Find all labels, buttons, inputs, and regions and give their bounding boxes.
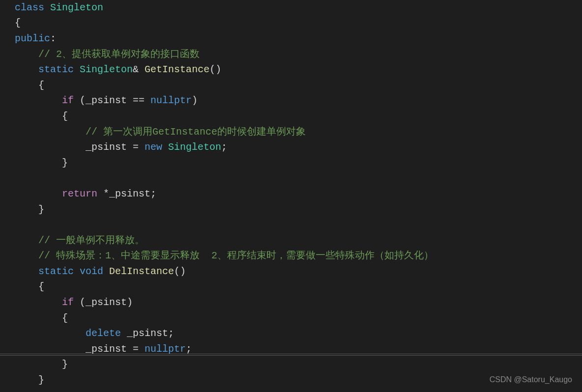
open-brace: {: [15, 15, 21, 31]
code-line: // 2、提供获取单例对象的接口函数: [15, 47, 582, 62]
divider-line: [0, 355, 582, 356]
code-line: [15, 171, 582, 187]
code-line: delete _psinst;: [15, 326, 582, 341]
comment: // 第一次调用GetInstance的时候创建单例对象: [86, 124, 306, 140]
code-line: _psinst = new Singleton;: [15, 140, 582, 155]
keyword-if: if: [62, 93, 74, 109]
keyword-static: static: [38, 62, 74, 78]
keyword-nullptr: nullptr: [150, 93, 192, 109]
code-line: _psinst = nullptr;: [15, 341, 582, 357]
class-name: Singleton: [50, 0, 103, 16]
code-line: }: [15, 155, 582, 171]
code-line: [15, 217, 582, 233]
code-line: }: [15, 357, 582, 373]
function-name: DelInstance: [109, 264, 174, 280]
code-editor: class Singleton { public: // 2、提供获取单例对象的…: [0, 0, 582, 388]
watermark: CSDN @Satoru_Kaugo: [490, 373, 572, 386]
keyword-void: void: [80, 264, 103, 280]
keyword-class: class: [15, 0, 44, 16]
code-line: {: [15, 109, 582, 124]
code-line: {: [15, 310, 582, 326]
code-line: // 一般单例不用释放。: [15, 233, 582, 249]
code-line: static void DelInstance(): [15, 264, 582, 280]
keyword-if: if: [62, 295, 74, 310]
comment: // 2、提供获取单例对象的接口函数: [38, 47, 200, 62]
code-line: // 特殊场景：1、中途需要显示释放 2、程序结束时，需要做一些特殊动作（如持久…: [15, 249, 582, 264]
code-line: // 第一次调用GetInstance的时候创建单例对象: [15, 124, 582, 140]
code-line: if (_psinst == nullptr): [15, 93, 582, 109]
comment: // 特殊场景：1、中途需要显示释放 2、程序结束时，需要做一些特殊动作（如持久…: [38, 248, 434, 264]
code-line: public:: [15, 31, 582, 47]
keyword-delete: delete: [86, 326, 121, 341]
code-line: static Singleton& GetInstance(): [15, 62, 582, 78]
code-line: {: [15, 16, 582, 31]
code-line: if (_psinst): [15, 295, 582, 310]
keyword-static: static: [38, 264, 74, 280]
code-line: {: [15, 280, 582, 295]
divider-line: [0, 354, 582, 354]
code-line: class Singleton: [15, 0, 582, 16]
comment: // 一般单例不用释放。: [38, 233, 145, 249]
variable: _psinst: [86, 295, 127, 310]
code-line: }: [15, 202, 582, 218]
code-line: {: [15, 78, 582, 93]
keyword-public: public: [15, 31, 50, 47]
type-name: Singleton: [80, 62, 133, 78]
variable: _psinst: [109, 186, 150, 202]
variable: _psinst: [86, 93, 127, 109]
keyword-new: new: [145, 140, 162, 155]
function-name: GetInstance: [145, 62, 209, 78]
keyword-return: return: [62, 186, 97, 202]
variable: _psinst: [86, 140, 127, 155]
code-line: return *_psinst;: [15, 186, 582, 202]
